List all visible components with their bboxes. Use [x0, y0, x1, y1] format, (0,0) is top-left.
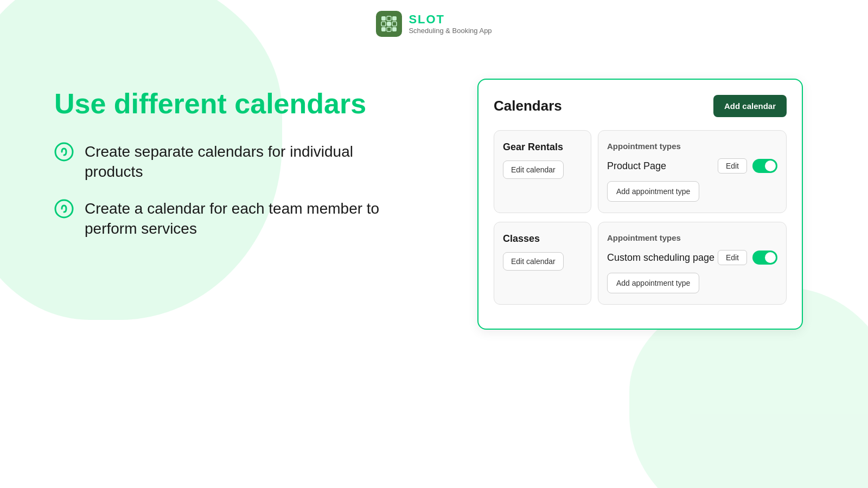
appointment-type-name-custom-scheduling: Custom scheduling page [607, 252, 714, 264]
calendar-name-card-classes: Classes Edit calendar [494, 222, 591, 305]
logo-title: SLOT [409, 12, 492, 27]
edit-calendar-button-gear-rentals[interactable]: Edit calendar [503, 160, 564, 179]
toggle-custom-scheduling[interactable] [752, 251, 777, 265]
calendar-name-classes: Classes [503, 233, 582, 245]
header: SLOT Scheduling & Booking App [0, 0, 868, 48]
feature-icon-1 [54, 142, 74, 162]
logo-icon [376, 11, 402, 37]
calendar-name-gear-rentals: Gear Rentals [503, 142, 582, 153]
edit-calendar-button-classes[interactable]: Edit calendar [503, 252, 564, 271]
svg-rect-4 [387, 22, 391, 26]
main-heading: Use different calendars [54, 87, 391, 120]
logo-subtitle: Scheduling & Booking App [409, 27, 492, 35]
svg-rect-3 [381, 22, 386, 26]
svg-rect-8 [392, 27, 397, 31]
panel-title: Calendars [494, 98, 562, 114]
calendar-row-gear-rentals: Gear Rentals Edit calendar Appointment t… [494, 130, 787, 213]
appointment-type-actions-custom-scheduling: Edit [718, 250, 777, 265]
appointment-type-name-product-page: Product Page [607, 160, 666, 172]
logo-svg [379, 14, 399, 34]
svg-point-9 [55, 143, 73, 160]
add-appointment-type-button-gear-rentals[interactable]: Add appointment type [607, 181, 699, 202]
svg-rect-0 [381, 16, 386, 21]
appointment-types-card-classes: Appointment types Custom scheduling page… [598, 222, 787, 305]
edit-appointment-type-custom-scheduling[interactable]: Edit [718, 250, 747, 265]
appointment-type-row-custom-scheduling: Custom scheduling page Edit [607, 250, 777, 265]
feature-list: Create separate calendars for individual… [54, 142, 391, 239]
calendars-panel: Calendars Add calendar Gear Rentals Edit… [477, 79, 803, 330]
appointment-types-label-classes: Appointment types [607, 233, 777, 242]
svg-rect-7 [387, 27, 391, 31]
feature-text-2: Create a calendar for each team member t… [85, 199, 391, 239]
feature-item-2: Create a calendar for each team member t… [54, 199, 391, 239]
logo: SLOT Scheduling & Booking App [376, 11, 492, 37]
logo-text: SLOT Scheduling & Booking App [409, 12, 492, 35]
appointment-types-card-gear-rentals: Appointment types Product Page Edit Add … [598, 130, 787, 213]
toggle-product-page[interactable] [752, 159, 777, 173]
add-appointment-type-button-classes[interactable]: Add appointment type [607, 273, 699, 293]
appointment-type-actions-product-page: Edit [718, 158, 777, 174]
calendar-name-card-gear-rentals: Gear Rentals Edit calendar [494, 130, 591, 213]
appointment-types-label-gear-rentals: Appointment types [607, 142, 777, 151]
panel-header: Calendars Add calendar [494, 95, 787, 117]
add-calendar-button[interactable]: Add calendar [713, 95, 787, 117]
edit-appointment-type-product-page[interactable]: Edit [718, 158, 747, 174]
svg-rect-2 [392, 16, 397, 21]
svg-rect-1 [387, 16, 391, 21]
feature-item-1: Create separate calendars for individual… [54, 142, 391, 182]
feature-text-1: Create separate calendars for individual… [85, 142, 391, 182]
feature-icon-2 [54, 199, 74, 219]
svg-rect-5 [392, 22, 397, 26]
calendar-row-classes: Classes Edit calendar Appointment types … [494, 222, 787, 305]
svg-point-10 [55, 200, 73, 217]
svg-rect-6 [381, 27, 386, 31]
hero-section: Use different calendars Create separate … [54, 87, 391, 239]
appointment-type-row-product-page: Product Page Edit [607, 158, 777, 174]
